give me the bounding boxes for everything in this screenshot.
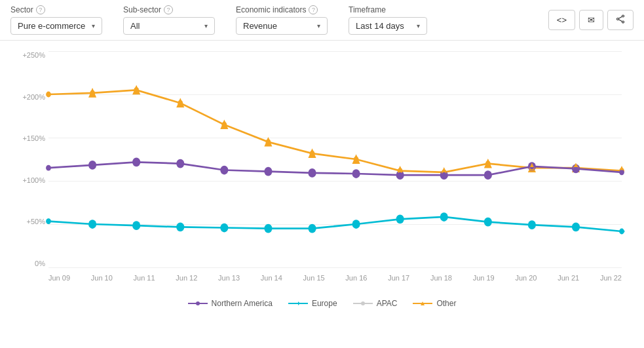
svg-point-13 xyxy=(361,301,365,305)
other-tri-1 xyxy=(90,88,94,92)
legend-europe-label: Europe xyxy=(312,299,337,308)
legend-northern-america: Northern America xyxy=(188,299,273,308)
subsector-chevron-icon: ▾ xyxy=(204,22,208,29)
na-dot-1 xyxy=(90,162,95,168)
svg-point-2 xyxy=(617,18,619,20)
other-dot-0 xyxy=(46,92,51,98)
timeframe-label: Timeframe xyxy=(349,5,427,14)
legend-northern-america-line-icon xyxy=(188,300,208,307)
x-label-jun10: Jun 10 xyxy=(91,274,113,282)
timeframe-value: Last 14 days xyxy=(356,21,404,31)
legend-other-line-icon xyxy=(413,300,432,307)
na-dot-2 xyxy=(134,159,139,165)
subsector-select[interactable]: All ▾ xyxy=(123,17,215,35)
chart-container: +250% +200% +150% +100% +50% 0% xyxy=(16,51,628,294)
svg-point-9 xyxy=(196,301,200,305)
svg-point-1 xyxy=(622,21,624,23)
legend-other-label: Other xyxy=(436,299,456,308)
timeframe-label-text: Timeframe xyxy=(349,5,386,14)
na-dot-6 xyxy=(310,170,315,176)
other-tri-5 xyxy=(267,137,271,142)
svg-line-3 xyxy=(618,16,622,18)
x-label-jun19: Jun 19 xyxy=(473,274,495,282)
na-dot-9 xyxy=(442,172,447,178)
sector-label: Sector ? xyxy=(10,5,102,14)
share-button[interactable] xyxy=(607,10,634,30)
share-icon xyxy=(616,14,625,26)
timeframe-chevron-icon: ▾ xyxy=(417,22,420,29)
indicators-select[interactable]: Revenue ▾ xyxy=(236,17,328,35)
na-dot-0 xyxy=(46,165,51,171)
indicators-value: Revenue xyxy=(243,21,277,31)
y-label-150: +150% xyxy=(16,134,45,142)
legend-apac: APAC xyxy=(353,299,398,308)
y-label-200: +200% xyxy=(16,93,45,101)
timeframe-filter: Timeframe Last 14 days ▾ xyxy=(349,5,427,35)
sector-value: Pure e-commerce xyxy=(18,21,85,31)
other-tri-9 xyxy=(442,167,446,172)
indicators-label-text: Economic indicators xyxy=(236,5,306,14)
svg-marker-11 xyxy=(298,301,300,305)
other-line xyxy=(48,90,622,172)
other-tri-2 xyxy=(134,85,138,90)
sector-chevron-icon: ▾ xyxy=(92,22,95,29)
timeframe-select[interactable]: Last 14 days ▾ xyxy=(349,17,427,35)
grid-line-0 xyxy=(48,267,622,268)
x-label-jun21: Jun 21 xyxy=(558,274,579,282)
toolbar-actions: <> ✉ xyxy=(548,10,634,30)
sector-label-text: Sector xyxy=(10,5,33,14)
indicators-help-icon[interactable]: ? xyxy=(309,5,318,14)
subsector-value: All xyxy=(130,21,140,31)
chart-legend: Northern America Europe APAC Other xyxy=(16,294,628,311)
y-axis: +250% +200% +150% +100% +50% 0% xyxy=(16,51,45,267)
x-label-jun22: Jun 22 xyxy=(600,274,622,282)
x-label-jun20: Jun 20 xyxy=(515,274,537,282)
subsector-label: Sub-sector ? xyxy=(123,5,215,14)
sector-help-icon[interactable]: ? xyxy=(36,5,45,14)
x-axis: Jun 09 Jun 10 Jun 11 Jun 12 Jun 13 Jun 1… xyxy=(48,274,622,294)
legend-europe-line-icon xyxy=(288,300,308,307)
other-tri-3 xyxy=(178,98,182,103)
legend-apac-line-icon xyxy=(353,300,373,307)
y-label-100: +100% xyxy=(16,176,45,184)
x-label-jun16: Jun 16 xyxy=(345,274,367,282)
x-label-jun15: Jun 15 xyxy=(303,274,325,282)
sector-filter: Sector ? Pure e-commerce ▾ xyxy=(10,5,102,35)
svg-line-4 xyxy=(618,20,622,22)
indicators-filter: Economic indicators ? Revenue ▾ xyxy=(236,5,328,35)
other-tri-4 xyxy=(222,120,226,125)
chart-svg xyxy=(48,51,622,267)
svg-point-0 xyxy=(622,15,624,17)
x-label-jun12: Jun 12 xyxy=(176,274,197,282)
other-tri-13 xyxy=(620,166,624,170)
other-tri-10 xyxy=(486,159,490,163)
subsector-label-text: Sub-sector xyxy=(123,5,161,14)
toolbar: Sector ? Pure e-commerce ▾ Sub-sector ? … xyxy=(0,0,644,41)
subsector-help-icon[interactable]: ? xyxy=(164,5,173,14)
code-button[interactable]: <> xyxy=(548,10,575,30)
x-label-jun09: Jun 09 xyxy=(48,274,70,282)
code-icon: <> xyxy=(557,15,567,25)
other-tri-12 xyxy=(574,163,578,168)
x-label-jun14: Jun 14 xyxy=(261,274,282,282)
other-tri-8 xyxy=(398,166,402,170)
na-dot-13 xyxy=(619,169,624,175)
na-dot-5 xyxy=(266,168,271,174)
other-tri-7 xyxy=(354,154,358,159)
chart-inner xyxy=(48,51,622,267)
y-label-250: +250% xyxy=(16,51,45,59)
na-dot-8 xyxy=(398,172,403,178)
na-dot-7 xyxy=(354,171,359,177)
email-button[interactable]: ✉ xyxy=(579,10,603,30)
indicators-chevron-icon: ▾ xyxy=(317,22,320,29)
x-label-jun18: Jun 18 xyxy=(430,274,452,282)
sector-select[interactable]: Pure e-commerce ▾ xyxy=(10,17,102,35)
x-label-jun11: Jun 11 xyxy=(134,274,155,282)
x-label-jun17: Jun 17 xyxy=(388,274,409,282)
y-label-0: 0% xyxy=(16,260,45,267)
other-tri-6 xyxy=(311,149,314,153)
x-label-jun13: Jun 13 xyxy=(218,274,240,282)
indicators-label: Economic indicators ? xyxy=(236,5,328,14)
legend-europe: Europe xyxy=(288,299,337,308)
legend-northern-america-label: Northern America xyxy=(212,299,273,308)
